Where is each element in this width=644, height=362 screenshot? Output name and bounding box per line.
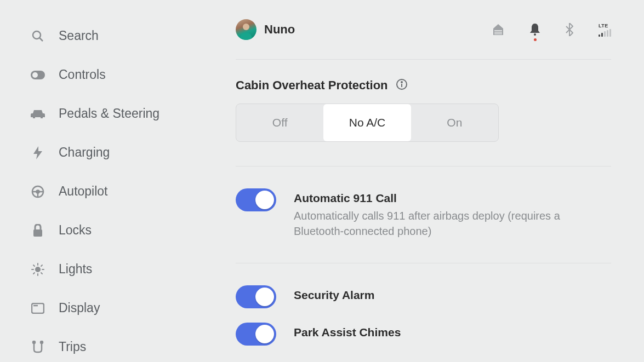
- sidebar-item-label: Display: [59, 301, 100, 315]
- bell-icon[interactable]: [529, 24, 540, 36]
- toggle-desc: Automatically calls 911 after airbags de…: [294, 208, 601, 239]
- avatar[interactable]: [236, 19, 257, 40]
- divider: [236, 166, 611, 166]
- sidebar-item-charging[interactable]: Charging: [30, 133, 197, 172]
- auto-911-row: Automatic 911 Call Automatically calls 9…: [236, 188, 611, 239]
- sidebar-item-label: Pedals & Steering: [59, 106, 159, 121]
- auto-911-toggle[interactable]: [236, 188, 276, 211]
- svg-rect-16: [32, 303, 44, 313]
- lock-icon: [30, 224, 45, 237]
- cabin-overheat-segmented: Off No A/C On: [236, 104, 499, 142]
- sidebar-item-locks[interactable]: Locks: [30, 211, 197, 250]
- notification-dot: [534, 38, 537, 41]
- svg-line-12: [33, 265, 35, 266]
- seg-no-ac[interactable]: No A/C: [323, 104, 411, 141]
- bluetooth-icon[interactable]: [566, 23, 573, 36]
- svg-point-7: [36, 267, 40, 272]
- svg-point-18: [33, 341, 35, 343]
- sidebar-item-search[interactable]: Search: [30, 16, 197, 55]
- svg-point-20: [243, 24, 249, 30]
- status-icons: LTE: [492, 23, 611, 37]
- sidebar-item-label: Charging: [59, 145, 110, 160]
- park-assist-row: Park Assist Chimes: [236, 323, 611, 346]
- svg-point-0: [33, 31, 41, 39]
- seg-on[interactable]: On: [411, 104, 498, 141]
- sidebar-item-lights[interactable]: Lights: [30, 250, 197, 289]
- signal-label: LTE: [599, 23, 608, 28]
- display-icon: [30, 303, 45, 314]
- sidebar-item-label: Search: [59, 28, 99, 43]
- svg-rect-22: [494, 32, 502, 33]
- section-title: Cabin Overheat Protection: [236, 78, 388, 93]
- header: Nuno LTE: [236, 13, 611, 46]
- svg-line-14: [33, 273, 35, 274]
- svg-point-26: [401, 82, 402, 83]
- seg-off[interactable]: Off: [236, 104, 323, 141]
- steering-wheel-icon: [30, 185, 45, 198]
- svg-point-3: [32, 72, 38, 78]
- svg-point-24: [534, 33, 536, 36]
- sidebar-item-label: Trips: [59, 340, 86, 354]
- signal-indicator: LTE: [599, 23, 611, 37]
- username: Nuno: [264, 22, 295, 37]
- cabin-overheat-section: Cabin Overheat Protection Off No A/C On: [236, 60, 611, 142]
- sidebar-item-label: Locks: [59, 223, 92, 238]
- svg-rect-21: [494, 30, 502, 31]
- security-alarm-row: Security Alarm: [236, 285, 611, 308]
- divider: [236, 263, 611, 263]
- toggle-title: Security Alarm: [294, 289, 374, 302]
- info-icon[interactable]: [396, 78, 408, 93]
- sidebar-item-label: Lights: [59, 262, 92, 277]
- sidebar-item-display[interactable]: Display: [30, 289, 197, 327]
- main-content: Nuno LTE: [208, 0, 644, 362]
- route-icon: [30, 341, 45, 354]
- sun-icon: [30, 262, 45, 277]
- svg-rect-23: [494, 33, 502, 35]
- sidebar-item-trips[interactable]: Trips: [30, 327, 197, 362]
- svg-line-13: [41, 273, 42, 274]
- sidebar-item-label: Autopilot: [59, 184, 108, 199]
- sidebar-item-pedals-steering[interactable]: Pedals & Steering: [30, 94, 197, 133]
- security-alarm-toggle[interactable]: [236, 285, 276, 308]
- home-icon[interactable]: [492, 24, 504, 36]
- svg-point-5: [37, 190, 39, 193]
- svg-line-1: [39, 38, 43, 41]
- toggle-title: Park Assist Chimes: [294, 326, 401, 339]
- svg-rect-6: [33, 229, 42, 237]
- bolt-icon: [30, 146, 45, 159]
- park-assist-toggle[interactable]: [236, 323, 276, 346]
- sidebar-item-autopilot[interactable]: Autopilot: [30, 172, 197, 211]
- svg-point-19: [41, 341, 43, 343]
- car-icon: [30, 109, 45, 119]
- svg-line-15: [41, 265, 42, 266]
- signal-bars: [599, 29, 611, 37]
- sidebar-item-label: Controls: [59, 67, 106, 82]
- sidebar-item-controls[interactable]: Controls: [30, 55, 197, 94]
- toggle-icon: [30, 71, 45, 79]
- toggle-title: Automatic 911 Call: [294, 192, 601, 205]
- sidebar: Search Controls Pedals & Steering Chargi…: [0, 0, 208, 362]
- search-icon: [30, 30, 45, 43]
